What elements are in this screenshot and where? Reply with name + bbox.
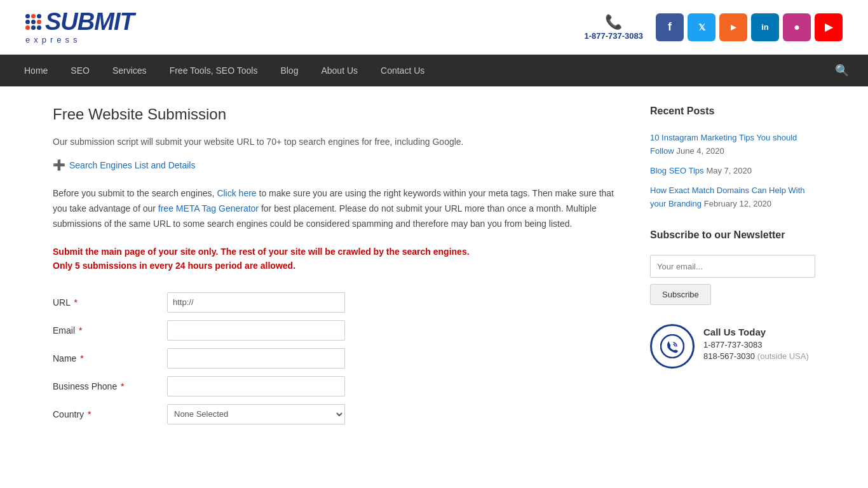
country-select[interactable]: None Selected xyxy=(167,404,345,424)
search-engines-link[interactable]: ➕ Search Engines List and Details xyxy=(53,159,625,171)
recent-post-link-2[interactable]: Blog SEO Tips xyxy=(650,166,704,175)
header: SUBMIT express 📞 1-877-737-3083 f 𝕏 ▸ in… xyxy=(0,0,868,55)
recent-post-date-2: May 7, 2020 xyxy=(706,166,752,175)
url-required: * xyxy=(74,297,77,308)
logo-dot-1 xyxy=(25,14,30,18)
nav-item-about[interactable]: About Us xyxy=(309,56,369,85)
logo-area: SUBMIT express xyxy=(25,10,134,44)
sidebar: Recent Posts 10 Instagram Marketing Tips… xyxy=(650,105,815,432)
call-us-title: Call Us Today xyxy=(703,327,809,337)
warning-line2: Only 5 submissions in every 24 hours per… xyxy=(53,259,625,273)
expand-icon: ➕ xyxy=(53,159,65,171)
nav-item-blog[interactable]: Blog xyxy=(269,56,309,85)
country-label: Country * xyxy=(53,409,167,419)
newsletter-title: Subscribe to our Newsletter xyxy=(650,229,815,246)
nav-link-free-tools[interactable]: Free Tools, SEO Tools xyxy=(158,56,269,85)
logo-name: SUBMIT xyxy=(45,10,134,34)
logo-dot-6 xyxy=(37,20,41,24)
url-label: URL * xyxy=(53,297,167,308)
body-paragraph: Before you submit to the search engines,… xyxy=(53,186,625,231)
country-required: * xyxy=(88,409,91,419)
phone-required: * xyxy=(121,381,124,391)
svg-point-0 xyxy=(661,335,684,358)
warning-line1: Submit the main page of your site only. … xyxy=(53,245,625,259)
call-us-section: Call Us Today 1-877-737-3083 818-567-303… xyxy=(650,324,815,369)
logo-dot-5 xyxy=(31,20,36,24)
linkedin-icon[interactable]: in xyxy=(751,13,779,41)
main-nav: Home SEO Services Free Tools, SEO Tools … xyxy=(0,55,868,86)
logo-dot-4 xyxy=(25,20,30,24)
nav-item-home[interactable]: Home xyxy=(13,56,59,85)
nav-item-contact[interactable]: Contact Us xyxy=(369,56,436,85)
phone-input[interactable] xyxy=(167,376,345,396)
name-label: Name * xyxy=(53,353,167,363)
logo-dot-2 xyxy=(31,14,36,18)
nav-link-home[interactable]: Home xyxy=(13,56,59,85)
phone-number[interactable]: 1-877-737-3083 xyxy=(584,31,643,41)
recent-posts-section: Recent Posts 10 Instagram Marketing Tips… xyxy=(650,105,815,210)
form-row-name: Name * xyxy=(53,348,625,369)
click-here-link[interactable]: Click here xyxy=(217,188,256,198)
social-icons: f 𝕏 ▸ in ● ▶ xyxy=(656,13,843,41)
email-label: Email * xyxy=(53,325,167,336)
newsletter-email-input[interactable] xyxy=(650,255,815,278)
intro-text: Our submission script will submit your w… xyxy=(53,135,625,149)
recent-posts-title: Recent Posts xyxy=(650,105,815,122)
instagram-icon[interactable]: ● xyxy=(783,13,811,41)
email-required: * xyxy=(79,325,82,336)
recent-post-date-3: February 12, 2020 xyxy=(704,199,771,208)
logo-dot-7 xyxy=(25,25,30,30)
search-icon[interactable]: 🔍 xyxy=(829,64,855,78)
main-container: Free Website Submission Our submission s… xyxy=(27,86,841,451)
name-required: * xyxy=(80,353,83,363)
header-right: 📞 1-877-737-3083 f 𝕏 ▸ in ● ▶ xyxy=(584,13,843,41)
nav-item-seo[interactable]: SEO xyxy=(59,56,101,85)
page-title: Free Website Submission xyxy=(53,105,625,123)
phone-label: Business Phone * xyxy=(53,381,167,391)
nav-link-blog[interactable]: Blog xyxy=(269,56,309,85)
logo-grid xyxy=(25,14,41,30)
warning-text: Submit the main page of your site only. … xyxy=(53,245,625,273)
email-input[interactable] xyxy=(167,320,345,341)
logo-wrapper: SUBMIT express xyxy=(25,10,134,44)
logo-dot-9 xyxy=(37,25,41,30)
recent-post-3: How Exact Match Domains Can Help With yo… xyxy=(650,184,815,210)
outside-number: 818-567-3030 xyxy=(703,351,755,361)
logo-dot-3 xyxy=(37,14,41,18)
nav-link-seo[interactable]: SEO xyxy=(59,56,101,85)
logo-top: SUBMIT xyxy=(25,10,134,34)
recent-post-1: 10 Instagram Marketing Tips You should F… xyxy=(650,131,815,158)
call-us-main-number: 1-877-737-3083 xyxy=(703,340,809,349)
youtube-icon[interactable]: ▶ xyxy=(815,13,843,41)
name-input[interactable] xyxy=(167,348,345,369)
submission-form: URL * Email * Name * xyxy=(53,292,625,424)
logo-sub: express xyxy=(25,35,134,44)
logo-dot-8 xyxy=(31,25,36,30)
nav-link-services[interactable]: Services xyxy=(101,56,158,85)
twitter-icon[interactable]: 𝕏 xyxy=(688,13,715,41)
nav-link-contact[interactable]: Contact Us xyxy=(369,56,436,85)
form-row-url: URL * xyxy=(53,292,625,313)
rss-icon[interactable]: ▸ xyxy=(719,13,747,41)
meta-tag-link[interactable]: free META Tag Generator xyxy=(158,203,259,214)
recent-post-date-1: June 4, 2020 xyxy=(676,146,724,156)
nav-item-free-tools[interactable]: Free Tools, SEO Tools xyxy=(158,56,269,85)
call-us-box: Call Us Today 1-877-737-3083 818-567-303… xyxy=(650,324,815,369)
call-us-info: Call Us Today 1-877-737-3083 818-567-303… xyxy=(703,324,809,361)
form-row-phone: Business Phone * xyxy=(53,376,625,396)
subscribe-button[interactable]: Subscribe xyxy=(650,284,711,305)
facebook-icon[interactable]: f xyxy=(656,13,684,41)
outside-note: (outside USA) xyxy=(757,351,809,361)
url-input[interactable] xyxy=(167,292,345,313)
recent-post-2: Blog SEO Tips May 7, 2020 xyxy=(650,164,815,177)
body-text-1: Before you submit to the search engines, xyxy=(53,188,214,198)
form-row-email: Email * xyxy=(53,320,625,341)
nav-item-services[interactable]: Services xyxy=(101,56,158,85)
form-row-country: Country * None Selected xyxy=(53,404,625,424)
nav-link-about[interactable]: About Us xyxy=(309,56,369,85)
phone-area: 📞 1-877-737-3083 xyxy=(584,14,643,41)
phone-circle-icon xyxy=(650,324,695,369)
call-us-outside-number: 818-567-3030 (outside USA) xyxy=(703,351,809,361)
nav-list: Home SEO Services Free Tools, SEO Tools … xyxy=(13,56,829,85)
phone-icon: 📞 xyxy=(584,14,643,30)
